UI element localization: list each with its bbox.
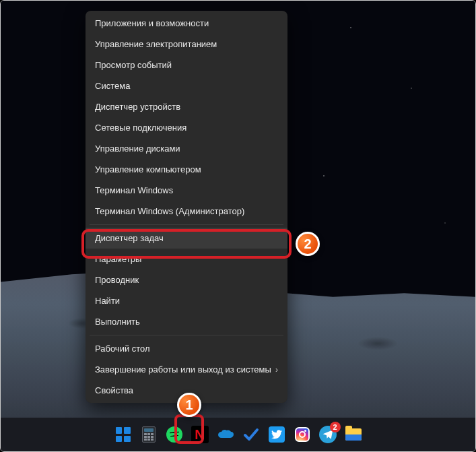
onedrive-icon	[217, 428, 234, 441]
menu-item-label: Проводник	[95, 275, 139, 285]
menu-item-label: Завершение работы или выход из системы	[95, 364, 271, 375]
todo-icon	[242, 426, 260, 443]
menu-separator	[90, 335, 283, 335]
menu-item-network-connections[interactable]: Сетевые подключения	[86, 117, 287, 138]
menu-item-label: Свойства	[95, 385, 133, 395]
screenshot-frame: Приложения и возможности Управление элек…	[0, 0, 476, 452]
spotify-icon	[166, 426, 182, 443]
menu-item-windows-terminal[interactable]: Терминал Windows	[86, 180, 287, 201]
start-button[interactable]	[113, 424, 133, 445]
menu-item-event-viewer[interactable]: Просмотр событий	[86, 55, 287, 75]
submenu-arrow-icon: ›	[275, 365, 278, 375]
file-explorer-icon	[345, 428, 362, 441]
menu-item-label: Выполнить	[95, 317, 140, 327]
taskbar-onedrive[interactable]	[215, 424, 236, 445]
taskbar-calculator[interactable]	[139, 424, 159, 445]
menu-item-run[interactable]: Выполнить	[86, 311, 287, 332]
twitter-icon	[269, 426, 285, 443]
taskbar-twitter[interactable]	[267, 424, 287, 445]
menu-item-disk-management[interactable]: Управление дисками	[86, 138, 287, 159]
taskbar-spotify[interactable]	[164, 424, 184, 445]
menu-item-label: Диспетчер устройств	[95, 102, 180, 112]
menu-item-computer-management[interactable]: Управление компьютером	[86, 159, 287, 180]
instagram-icon	[295, 427, 310, 442]
annotation-badge-1: 1	[177, 393, 201, 417]
menu-item-label: Приложения и возможности	[95, 18, 209, 28]
menu-item-file-explorer[interactable]: Проводник	[86, 269, 287, 290]
taskbar-todo[interactable]	[241, 424, 261, 445]
menu-separator	[90, 224, 283, 225]
menu-item-label: Найти	[95, 296, 120, 306]
badge-number: 2	[304, 236, 311, 252]
menu-item-apps-and-features[interactable]: Приложения и возможности	[86, 13, 287, 34]
menu-item-settings[interactable]: Параметры	[86, 249, 287, 269]
menu-item-label: Сетевые подключения	[95, 123, 186, 133]
windows-logo-icon	[116, 427, 131, 442]
badge-number: 1	[185, 397, 193, 413]
taskbar-telegram[interactable]: 2	[318, 424, 338, 445]
menu-item-task-manager[interactable]: Диспетчер задач	[86, 228, 287, 249]
menu-item-label: Управление дисками	[95, 143, 180, 154]
annotation-badge-2: 2	[296, 232, 320, 256]
menu-item-label: Терминал Windows (Администратор)	[95, 206, 244, 216]
winx-context-menu: Приложения и возможности Управление элек…	[86, 11, 287, 403]
menu-item-device-manager[interactable]: Диспетчер устройств	[86, 96, 287, 117]
menu-item-shutdown-signout[interactable]: Завершение работы или выход из системы›	[86, 359, 287, 380]
badge-count: 2	[333, 423, 337, 431]
menu-item-label: Просмотр событий	[95, 60, 172, 70]
menu-item-windows-terminal-admin[interactable]: Терминал Windows (Администратор)	[86, 201, 287, 222]
menu-item-power-options[interactable]: Управление электропитанием	[86, 34, 287, 55]
taskbar-file-explorer[interactable]	[343, 424, 364, 445]
menu-item-label: Параметры	[95, 254, 141, 264]
taskbar-netflix[interactable]: N	[190, 424, 210, 445]
menu-item-label: Диспетчер задач	[95, 233, 164, 243]
menu-item-search[interactable]: Найти	[86, 290, 287, 311]
netflix-letter: N	[195, 427, 204, 443]
menu-item-desktop[interactable]: Рабочий стол	[86, 338, 287, 359]
menu-item-label: Управление электропитанием	[95, 39, 217, 49]
calculator-icon	[142, 426, 156, 443]
menu-item-label: Система	[95, 81, 130, 91]
taskbar-instagram[interactable]	[292, 424, 312, 445]
netflix-icon: N	[191, 426, 209, 443]
menu-item-system[interactable]: Система	[86, 75, 287, 96]
menu-item-label: Рабочий стол	[95, 344, 150, 354]
telegram-notification-badge: 2	[330, 422, 341, 432]
menu-item-label: Терминал Windows	[95, 185, 173, 195]
menu-item-label: Управление компьютером	[95, 164, 201, 174]
taskbar: N 2	[1, 418, 475, 451]
